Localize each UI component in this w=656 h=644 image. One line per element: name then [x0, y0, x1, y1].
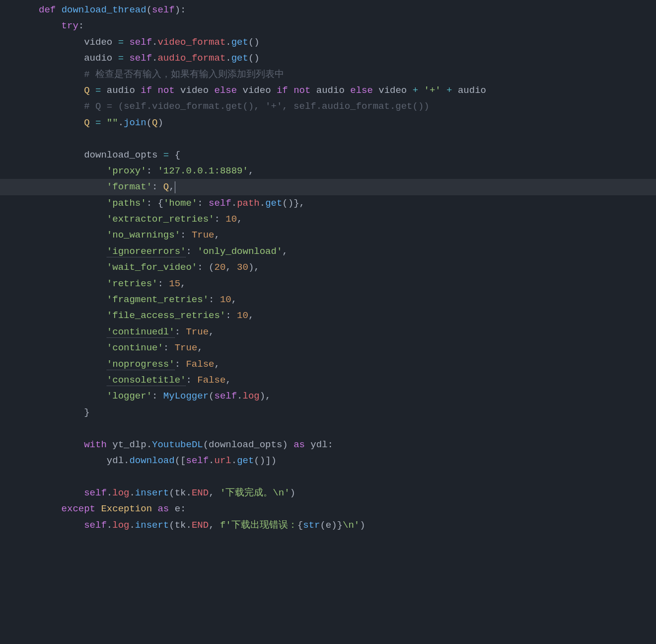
- keyword-try: try: [62, 20, 78, 31]
- dict-key: 'continue': [107, 342, 163, 353]
- ident: Q: [84, 117, 89, 128]
- bool: True: [192, 230, 215, 241]
- method: get: [265, 198, 282, 209]
- number: 10: [225, 214, 237, 225]
- ident: audio: [458, 85, 486, 96]
- code-line[interactable]: except Exception as e:: [39, 501, 656, 517]
- code-line[interactable]: 'continue': True,: [39, 340, 656, 356]
- ident: e: [175, 503, 180, 514]
- builtin: str: [303, 520, 320, 531]
- code-line[interactable]: 'logger': MyLogger(self.log),: [39, 388, 656, 404]
- code-line[interactable]: 'continuedl': True,: [39, 324, 656, 340]
- self-ref: self: [84, 487, 107, 498]
- code-line[interactable]: 'proxy': '127.0.0.1:8889',: [39, 163, 656, 179]
- method: get: [237, 455, 254, 466]
- code-line[interactable]: [39, 469, 656, 484]
- code-area[interactable]: def download_thread(self): try: video = …: [0, 2, 656, 533]
- code-line[interactable]: 'wait_for_video': (20, 30),: [39, 259, 656, 275]
- code-line[interactable]: 'no_warnings': True,: [39, 227, 656, 243]
- self-ref: self: [186, 455, 209, 466]
- dict-key: 'extractor_retries': [107, 214, 215, 225]
- self-ref: self: [129, 53, 152, 64]
- code-line[interactable]: 'retries': 15,: [39, 276, 656, 292]
- dict-key: 'format': [107, 181, 152, 192]
- number: 15: [169, 278, 180, 289]
- ident: tk: [175, 520, 186, 531]
- ident: yt_dlp: [112, 439, 146, 450]
- fstring-prefix: f': [220, 520, 231, 531]
- self-ref: self: [129, 37, 152, 48]
- brace: }: [337, 520, 343, 531]
- dict-key: 'logger': [107, 391, 152, 402]
- string: '127.0.0.1:8889': [157, 165, 248, 176]
- code-line[interactable]: Q = "".join(Q): [39, 115, 656, 131]
- keyword-else: else: [350, 85, 373, 96]
- brace: {: [297, 520, 303, 531]
- ident: download_opts: [84, 150, 157, 161]
- keyword-def: def: [39, 4, 56, 15]
- code-line[interactable]: }: [39, 404, 656, 420]
- dict-key: 'paths': [107, 198, 146, 209]
- ident: audio: [316, 85, 345, 96]
- string: 'only_download': [197, 246, 282, 257]
- dict-key: 'no_warnings': [107, 230, 180, 241]
- code-line[interactable]: ydl.download([self.url.get()]): [39, 453, 656, 469]
- code-line[interactable]: [39, 420, 656, 436]
- dict-key: 'home': [163, 198, 197, 209]
- code-line[interactable]: def download_thread(self):: [39, 2, 656, 18]
- string: '下载完成。\n': [220, 487, 290, 498]
- code-line[interactable]: Q = audio if not video else video if not…: [39, 82, 656, 98]
- class-name: YoutubeDL: [152, 439, 203, 450]
- code-line[interactable]: 'fragment_retries': 10,: [39, 292, 656, 308]
- attr: END: [192, 520, 209, 531]
- number: 10: [220, 294, 231, 305]
- code-line[interactable]: download_opts = {: [39, 147, 656, 163]
- code-line[interactable]: 'ignoreerrors': 'only_download',: [39, 243, 656, 259]
- ident: Q: [152, 117, 157, 128]
- code-line[interactable]: # 检查是否有输入，如果有输入则添加到列表中: [39, 67, 656, 82]
- function-name: download_thread: [62, 4, 146, 15]
- attr: END: [192, 487, 209, 498]
- ident: download_opts: [209, 439, 282, 450]
- method: get: [231, 37, 248, 48]
- ident: Q: [163, 181, 169, 192]
- code-line[interactable]: audio = self.audio_format.get(): [39, 50, 656, 66]
- code-line[interactable]: try:: [39, 18, 656, 34]
- code-line[interactable]: # Q = (self.video_format.get(), '+', sel…: [39, 98, 656, 114]
- keyword-else: else: [215, 85, 237, 96]
- ident: video: [243, 85, 271, 96]
- attr: video_format: [157, 37, 225, 48]
- code-line[interactable]: with yt_dlp.YoutubeDL(download_opts) as …: [39, 437, 656, 453]
- code-line[interactable]: [39, 131, 656, 147]
- code-line[interactable]: 'consoletitle': False,: [39, 372, 656, 388]
- keyword-not: not: [293, 85, 310, 96]
- code-line[interactable]: 'file_access_retries': 10,: [39, 308, 656, 323]
- bool: False: [186, 359, 214, 370]
- code-line[interactable]: self.log.insert(tk.END, f'下载出现错误：{str(e)…: [39, 517, 656, 533]
- number: 30: [237, 262, 248, 273]
- code-line[interactable]: 'noprogress': False,: [39, 356, 656, 372]
- code-line[interactable]: video = self.video_format.get(): [39, 34, 656, 50]
- dict-key: 'wait_for_video': [107, 262, 197, 273]
- comment: # Q = (self.video_format.get(), '+', sel…: [84, 101, 430, 112]
- keyword-if: if: [141, 85, 152, 96]
- code-line[interactable]: 'paths': {'home': self.path.get()},: [39, 195, 656, 211]
- code-line[interactable]: 'extractor_retries': 10,: [39, 211, 656, 227]
- code-line-highlighted[interactable]: 'format': Q,: [0, 179, 656, 195]
- attr: log: [112, 520, 129, 531]
- self-ref: self: [84, 520, 107, 531]
- method: join: [124, 117, 146, 128]
- dict-key: 'consoletitle': [107, 375, 186, 386]
- ident: video: [84, 37, 112, 48]
- class-name: Exception: [101, 503, 152, 514]
- code-line[interactable]: self.log.insert(tk.END, '下载完成。\n'): [39, 485, 656, 501]
- ident: Q: [84, 85, 89, 96]
- ident: video: [378, 85, 407, 96]
- dict-key: 'file_access_retries': [107, 310, 225, 321]
- attr: url: [215, 455, 231, 466]
- number: 10: [237, 310, 248, 321]
- dict-key: 'ignoreerrors': [107, 246, 186, 257]
- string: 下载出现错误：: [231, 520, 297, 531]
- method: insert: [135, 520, 169, 531]
- code-editor[interactable]: 💡 def download_thread(self): try: video …: [0, 0, 656, 543]
